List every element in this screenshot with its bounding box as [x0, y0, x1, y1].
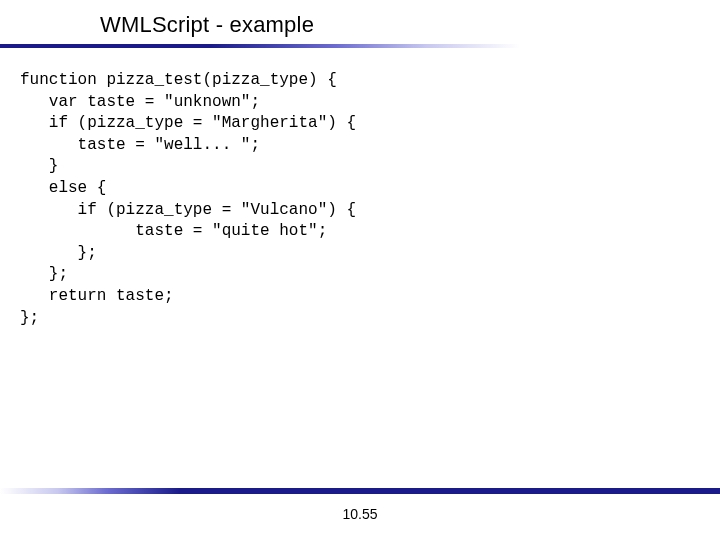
slide-title: WMLScript - example	[100, 12, 720, 38]
code-block: function pizza_test(pizza_type) { var ta…	[0, 48, 720, 329]
footer-divider	[0, 488, 720, 494]
title-divider	[0, 44, 520, 48]
page-number: 10.55	[0, 506, 720, 522]
